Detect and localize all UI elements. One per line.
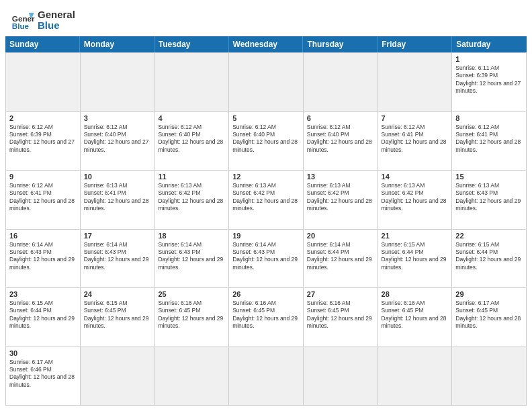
day-info: Sunrise: 6:12 AM Sunset: 6:41 PM Dayligh… <box>382 124 449 154</box>
day-info: Sunrise: 6:13 AM Sunset: 6:42 PM Dayligh… <box>307 182 374 213</box>
day-number: 3 <box>84 114 151 122</box>
calendar-cell: 27Sunrise: 6:16 AM Sunset: 6:45 PM Dayli… <box>304 288 378 347</box>
calendar-cell: 18Sunrise: 6:14 AM Sunset: 6:43 PM Dayli… <box>154 230 229 289</box>
calendar-cell: 17Sunrise: 6:14 AM Sunset: 6:43 PM Dayli… <box>81 230 155 289</box>
day-number: 26 <box>232 290 300 298</box>
day-info: Sunrise: 6:12 AM Sunset: 6:39 PM Dayligh… <box>9 124 77 154</box>
calendar-cell: 3Sunrise: 6:12 AM Sunset: 6:40 PM Daylig… <box>81 112 155 171</box>
day-info: Sunrise: 6:15 AM Sunset: 6:45 PM Dayligh… <box>84 300 151 330</box>
calendar-cell: 7Sunrise: 6:12 AM Sunset: 6:41 PM Daylig… <box>378 112 453 171</box>
calendar-cell: 24Sunrise: 6:15 AM Sunset: 6:45 PM Dayli… <box>81 288 155 347</box>
day-info: Sunrise: 6:12 AM Sunset: 6:40 PM Dayligh… <box>307 124 374 154</box>
calendar-cell: 23Sunrise: 6:15 AM Sunset: 6:44 PM Dayli… <box>6 288 81 347</box>
day-info: Sunrise: 6:16 AM Sunset: 6:45 PM Dayligh… <box>158 300 225 330</box>
day-number: 28 <box>382 290 449 298</box>
day-number: 13 <box>307 173 374 181</box>
calendar-cell: 29Sunrise: 6:17 AM Sunset: 6:45 PM Dayli… <box>452 288 527 347</box>
calendar-cell <box>378 347 453 406</box>
calendar-cell: 8Sunrise: 6:12 AM Sunset: 6:41 PM Daylig… <box>452 112 527 171</box>
header: General Blue General Blue <box>0 0 532 36</box>
day-number: 5 <box>232 114 300 122</box>
day-info: Sunrise: 6:12 AM Sunset: 6:41 PM Dayligh… <box>9 182 77 213</box>
day-info: Sunrise: 6:14 AM Sunset: 6:43 PM Dayligh… <box>9 241 77 272</box>
logo-general-text: General <box>38 9 75 21</box>
day-number: 19 <box>232 232 300 240</box>
day-number: 4 <box>158 114 225 122</box>
calendar-cell: 9Sunrise: 6:12 AM Sunset: 6:41 PM Daylig… <box>6 171 81 230</box>
day-number: 24 <box>84 290 151 298</box>
calendar-cell <box>81 347 155 406</box>
day-number: 14 <box>382 173 449 181</box>
day-info: Sunrise: 6:11 AM Sunset: 6:39 PM Dayligh… <box>455 64 523 95</box>
calendar-cell: 16Sunrise: 6:14 AM Sunset: 6:43 PM Dayli… <box>6 230 81 289</box>
day-number: 7 <box>382 114 449 122</box>
calendar-cell <box>378 53 453 112</box>
day-number: 22 <box>455 232 523 240</box>
logo-blue-text: Blue <box>38 20 75 32</box>
day-info: Sunrise: 6:14 AM Sunset: 6:43 PM Dayligh… <box>158 241 225 272</box>
day-info: Sunrise: 6:13 AM Sunset: 6:41 PM Dayligh… <box>84 182 151 213</box>
day-info: Sunrise: 6:15 AM Sunset: 6:44 PM Dayligh… <box>9 300 77 330</box>
day-number: 18 <box>158 232 225 240</box>
calendar-cell: 21Sunrise: 6:15 AM Sunset: 6:44 PM Dayli… <box>378 230 453 289</box>
calendar-cell <box>81 53 155 112</box>
calendar-cell: 25Sunrise: 6:16 AM Sunset: 6:45 PM Dayli… <box>154 288 229 347</box>
page: General Blue General Blue SundayMondayTu… <box>0 0 532 411</box>
calendar-cell: 28Sunrise: 6:16 AM Sunset: 6:45 PM Dayli… <box>378 288 453 347</box>
calendar-cell: 13Sunrise: 6:13 AM Sunset: 6:42 PM Dayli… <box>304 171 378 230</box>
day-info: Sunrise: 6:14 AM Sunset: 6:44 PM Dayligh… <box>307 241 374 272</box>
weekday-header-wednesday: Wednesday <box>229 36 304 52</box>
calendar: SundayMondayTuesdayWednesdayThursdayFrid… <box>0 36 532 411</box>
calendar-cell: 22Sunrise: 6:15 AM Sunset: 6:44 PM Dayli… <box>452 230 527 289</box>
day-info: Sunrise: 6:13 AM Sunset: 6:43 PM Dayligh… <box>455 182 523 213</box>
day-number: 6 <box>307 114 374 122</box>
calendar-cell: 12Sunrise: 6:13 AM Sunset: 6:42 PM Dayli… <box>229 171 304 230</box>
weekday-header-tuesday: Tuesday <box>154 36 229 52</box>
day-number: 2 <box>9 114 77 122</box>
calendar-cell <box>304 347 378 406</box>
day-info: Sunrise: 6:13 AM Sunset: 6:42 PM Dayligh… <box>232 182 300 213</box>
day-info: Sunrise: 6:12 AM Sunset: 6:41 PM Dayligh… <box>455 124 523 154</box>
day-number: 9 <box>9 173 77 181</box>
day-info: Sunrise: 6:17 AM Sunset: 6:45 PM Dayligh… <box>455 300 523 330</box>
weekday-header-saturday: Saturday <box>452 36 527 52</box>
day-number: 27 <box>307 290 374 298</box>
day-info: Sunrise: 6:14 AM Sunset: 6:43 PM Dayligh… <box>84 241 151 272</box>
day-number: 16 <box>9 232 77 240</box>
calendar-cell <box>304 53 378 112</box>
day-info: Sunrise: 6:15 AM Sunset: 6:44 PM Dayligh… <box>382 241 449 272</box>
day-number: 25 <box>158 290 225 298</box>
day-number: 21 <box>382 232 449 240</box>
calendar-cell <box>6 53 81 112</box>
calendar-cell: 15Sunrise: 6:13 AM Sunset: 6:43 PM Dayli… <box>452 171 527 230</box>
calendar-header: SundayMondayTuesdayWednesdayThursdayFrid… <box>5 36 527 52</box>
day-number: 1 <box>455 55 523 63</box>
logo: General Blue General Blue <box>11 8 75 32</box>
day-info: Sunrise: 6:15 AM Sunset: 6:44 PM Dayligh… <box>455 241 523 272</box>
day-info: Sunrise: 6:12 AM Sunset: 6:40 PM Dayligh… <box>158 124 225 154</box>
calendar-cell: 11Sunrise: 6:13 AM Sunset: 6:42 PM Dayli… <box>154 171 229 230</box>
calendar-cell: 5Sunrise: 6:12 AM Sunset: 6:40 PM Daylig… <box>229 112 304 171</box>
day-number: 15 <box>455 173 523 181</box>
day-info: Sunrise: 6:12 AM Sunset: 6:40 PM Dayligh… <box>232 124 300 154</box>
calendar-cell: 19Sunrise: 6:14 AM Sunset: 6:43 PM Dayli… <box>229 230 304 289</box>
day-info: Sunrise: 6:14 AM Sunset: 6:43 PM Dayligh… <box>232 241 300 272</box>
day-info: Sunrise: 6:16 AM Sunset: 6:45 PM Dayligh… <box>232 300 300 330</box>
weekday-header-monday: Monday <box>80 36 154 52</box>
calendar-body: 1Sunrise: 6:11 AM Sunset: 6:39 PM Daylig… <box>5 52 527 406</box>
day-number: 23 <box>9 290 77 298</box>
day-number: 8 <box>455 114 523 122</box>
day-info: Sunrise: 6:16 AM Sunset: 6:45 PM Dayligh… <box>307 300 374 330</box>
logo-icon: General Blue <box>11 8 35 32</box>
calendar-cell <box>154 347 229 406</box>
day-number: 30 <box>9 349 77 357</box>
calendar-cell <box>452 347 527 406</box>
calendar-cell: 4Sunrise: 6:12 AM Sunset: 6:40 PM Daylig… <box>154 112 229 171</box>
calendar-cell: 6Sunrise: 6:12 AM Sunset: 6:40 PM Daylig… <box>304 112 378 171</box>
calendar-cell: 1Sunrise: 6:11 AM Sunset: 6:39 PM Daylig… <box>452 53 527 112</box>
svg-text:Blue: Blue <box>12 21 30 30</box>
calendar-cell <box>229 347 304 406</box>
day-number: 17 <box>84 232 151 240</box>
day-info: Sunrise: 6:13 AM Sunset: 6:42 PM Dayligh… <box>382 182 449 213</box>
day-number: 20 <box>307 232 374 240</box>
